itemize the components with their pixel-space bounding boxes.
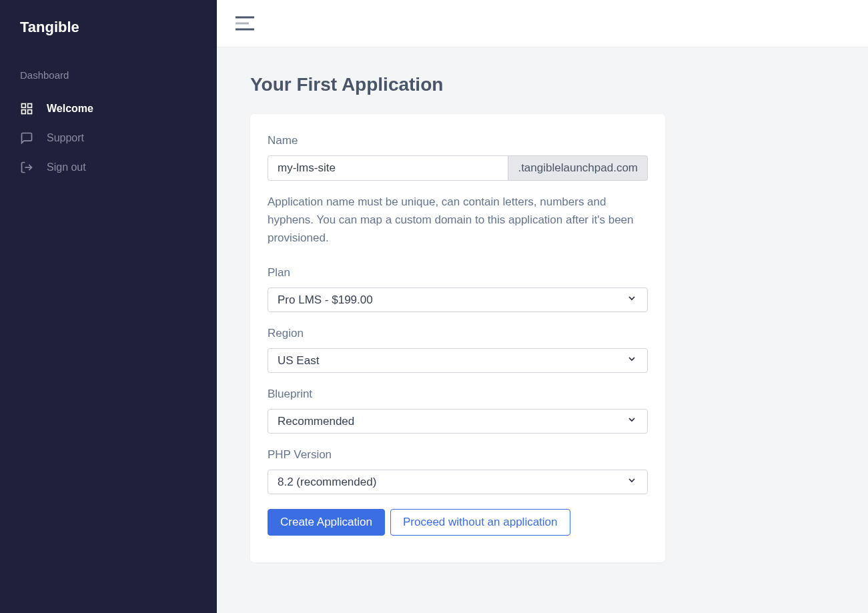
form-card: Name .tangiblelaunchpad.com Application … bbox=[250, 114, 665, 562]
hamburger-menu-icon[interactable] bbox=[236, 16, 254, 31]
name-label: Name bbox=[268, 134, 648, 147]
content: Your First Application Name .tangiblelau… bbox=[217, 47, 868, 589]
button-row: Create Application Proceed without an ap… bbox=[268, 509, 648, 536]
name-help-text: Application name must be unique, can con… bbox=[268, 193, 648, 247]
domain-suffix: .tangiblelaunchpad.com bbox=[508, 155, 648, 181]
sidebar-item-support[interactable]: Support bbox=[20, 123, 197, 153]
plan-label: Plan bbox=[268, 266, 648, 279]
php-version-select[interactable]: 8.2 (recommended) bbox=[268, 470, 648, 494]
region-label: Region bbox=[268, 327, 648, 340]
sidebar: Tangible Dashboard Welcome Support bbox=[0, 0, 217, 613]
sidebar-item-label: Welcome bbox=[47, 103, 93, 115]
form-group-php-version: PHP Version 8.2 (recommended) bbox=[268, 448, 648, 494]
proceed-without-application-button[interactable]: Proceed without an application bbox=[390, 509, 570, 536]
sidebar-item-label: Sign out bbox=[47, 161, 86, 173]
chat-icon bbox=[20, 131, 33, 145]
grid-icon bbox=[20, 102, 33, 115]
page-title: Your First Application bbox=[250, 74, 835, 95]
main-area: Your First Application Name .tangiblelau… bbox=[217, 0, 868, 613]
svg-rect-3 bbox=[28, 110, 32, 114]
signout-icon bbox=[20, 161, 33, 174]
svg-rect-0 bbox=[22, 104, 26, 108]
form-group-name: Name .tangiblelaunchpad.com bbox=[268, 134, 648, 181]
sidebar-item-welcome[interactable]: Welcome bbox=[20, 94, 197, 123]
sidebar-section-label: Dashboard bbox=[20, 69, 197, 81]
form-group-blueprint: Blueprint Recommended bbox=[268, 388, 648, 434]
create-application-button[interactable]: Create Application bbox=[268, 509, 385, 536]
svg-rect-2 bbox=[22, 110, 26, 114]
name-input[interactable] bbox=[268, 155, 508, 181]
sidebar-item-label: Support bbox=[47, 132, 84, 144]
blueprint-select[interactable]: Recommended bbox=[268, 409, 648, 434]
topbar bbox=[217, 0, 868, 47]
name-input-group: .tangiblelaunchpad.com bbox=[268, 155, 648, 181]
region-select[interactable]: US East bbox=[268, 348, 648, 373]
svg-rect-1 bbox=[28, 104, 32, 108]
form-group-region: Region US East bbox=[268, 327, 648, 373]
blueprint-label: Blueprint bbox=[268, 388, 648, 401]
sidebar-item-signout[interactable]: Sign out bbox=[20, 153, 197, 182]
php-version-label: PHP Version bbox=[268, 448, 648, 462]
plan-select[interactable]: Pro LMS - $199.00 bbox=[268, 287, 648, 312]
brand-logo: Tangible bbox=[20, 19, 197, 36]
form-group-plan: Plan Pro LMS - $199.00 bbox=[268, 266, 648, 312]
